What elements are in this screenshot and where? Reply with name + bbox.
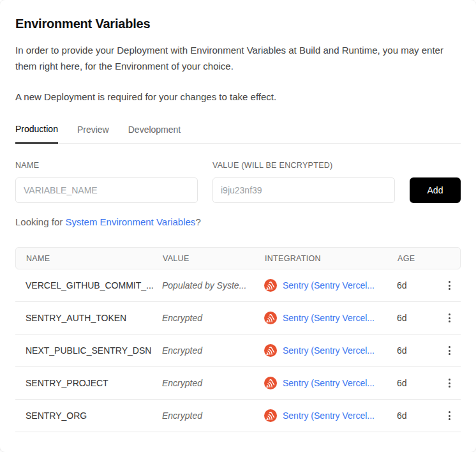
integration-link[interactable]: Sentry (Sentry Vercel...	[283, 313, 375, 323]
system-env-suffix: ?	[195, 216, 200, 227]
kebab-menu-icon[interactable]	[443, 409, 456, 423]
env-variable-row: VERCEL_GITHUB_COMMIT_... Populated by Sy…	[15, 269, 461, 302]
variable-name-cell: SENTRY_ORG	[15, 411, 162, 421]
description-text: In order to provide your Deployment with…	[15, 42, 461, 74]
row-menu-cell	[438, 409, 461, 423]
sentry-icon	[264, 377, 277, 389]
variable-age-cell: 6d	[397, 313, 438, 323]
system-env-line: Looking for System Environment Variables…	[15, 216, 461, 227]
integration-cell: Sentry (Sentry Vercel...	[264, 377, 397, 389]
variable-name-cell: SENTRY_AUTH_TOKEN	[15, 313, 162, 323]
kebab-menu-icon[interactable]	[443, 376, 456, 390]
variable-value-cell: Encrypted	[162, 345, 264, 356]
variable-value-cell: Populated by Syste...	[162, 280, 264, 290]
value-field-group: VALUE (WILL BE ENCRYPTED)	[212, 161, 395, 203]
environment-tabs: Production Preview Development	[15, 119, 461, 144]
add-button[interactable]: Add	[410, 177, 461, 203]
column-header-age: AGE	[398, 254, 438, 263]
variable-value-input[interactable]	[212, 177, 395, 203]
sentry-icon	[264, 312, 277, 324]
variable-name-cell: VERCEL_GITHUB_COMMIT_...	[15, 280, 162, 290]
sentry-icon	[264, 409, 277, 422]
variable-age-cell: 6d	[397, 280, 438, 290]
variable-age-cell: 6d	[397, 345, 438, 356]
tab-development[interactable]: Development	[128, 119, 181, 143]
kebab-menu-icon[interactable]	[443, 278, 456, 292]
system-env-prefix: Looking for	[15, 216, 65, 227]
column-header-integration: INTEGRATION	[265, 254, 398, 263]
integration-cell: Sentry (Sentry Vercel...	[264, 409, 397, 422]
add-variable-form: NAME VALUE (WILL BE ENCRYPTED) Add	[15, 161, 461, 203]
variable-age-cell: 6d	[397, 378, 438, 388]
value-field-label: VALUE (WILL BE ENCRYPTED)	[212, 161, 395, 170]
env-table-body: VERCEL_GITHUB_COMMIT_... Populated by Sy…	[15, 269, 461, 432]
integration-link[interactable]: Sentry (Sentry Vercel...	[283, 280, 375, 290]
env-variable-row: NEXT_PUBLIC_SENTRY_DSN Encrypted Sentry …	[15, 335, 461, 367]
env-variable-row: SENTRY_ORG Encrypted Sentry (Sentry Verc…	[15, 400, 461, 432]
variable-name-cell: NEXT_PUBLIC_SENTRY_DSN	[15, 345, 162, 356]
env-variables-table: NAME VALUE INTEGRATION AGE VERCEL_GITHUB…	[15, 247, 461, 432]
env-variable-row: SENTRY_AUTH_TOKEN Encrypted Sentry (Sent…	[15, 302, 461, 335]
table-header-row: NAME VALUE INTEGRATION AGE	[15, 247, 461, 269]
redeploy-note-text: A new Deployment is required for your ch…	[15, 89, 461, 105]
integration-cell: Sentry (Sentry Vercel...	[264, 312, 397, 324]
sentry-icon	[264, 279, 277, 292]
sentry-icon	[264, 344, 277, 357]
row-menu-cell	[438, 343, 461, 358]
variable-value-cell: Encrypted	[162, 313, 264, 323]
environment-variables-panel: Environment Variables In order to provid…	[0, 0, 476, 452]
env-variable-row: SENTRY_PROJECT Encrypted Sentry (Sentry …	[15, 367, 461, 400]
page-title: Environment Variables	[15, 17, 461, 31]
row-menu-cell	[438, 311, 461, 325]
integration-cell: Sentry (Sentry Vercel...	[264, 279, 397, 292]
variable-name-cell: SENTRY_PROJECT	[15, 378, 162, 388]
row-menu-cell	[438, 376, 461, 390]
integration-link[interactable]: Sentry (Sentry Vercel...	[283, 411, 375, 421]
integration-link[interactable]: Sentry (Sentry Vercel...	[283, 378, 375, 388]
integration-cell: Sentry (Sentry Vercel...	[264, 344, 397, 357]
variable-value-cell: Encrypted	[162, 411, 264, 421]
tab-production[interactable]: Production	[15, 119, 58, 144]
variable-age-cell: 6d	[397, 411, 438, 421]
variable-name-input[interactable]	[15, 177, 198, 203]
kebab-menu-icon[interactable]	[443, 343, 456, 358]
column-header-name: NAME	[16, 254, 163, 263]
tab-preview[interactable]: Preview	[77, 119, 109, 143]
variable-value-cell: Encrypted	[162, 378, 264, 388]
name-field-label: NAME	[15, 161, 198, 170]
row-menu-cell	[438, 278, 461, 292]
column-header-value: VALUE	[163, 254, 265, 263]
integration-link[interactable]: Sentry (Sentry Vercel...	[283, 345, 375, 356]
kebab-menu-icon[interactable]	[443, 311, 456, 325]
name-field-group: NAME	[15, 161, 198, 203]
system-env-link[interactable]: System Environment Variables	[65, 216, 195, 227]
